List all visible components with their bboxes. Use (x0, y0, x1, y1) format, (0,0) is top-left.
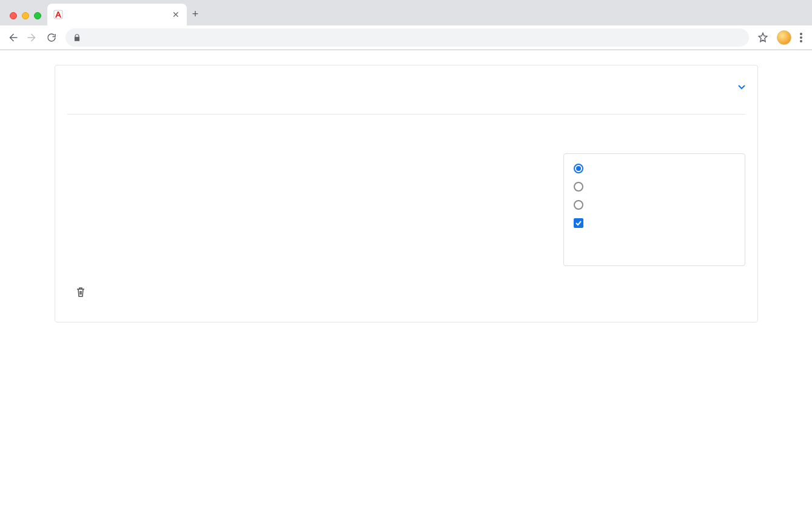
maximize-window-button[interactable] (34, 12, 41, 19)
project-header (65, 84, 748, 105)
adobe-fonts-favicon (53, 10, 63, 19)
new-tab-button[interactable]: + (187, 8, 204, 25)
page-content (0, 50, 812, 322)
project-card (55, 65, 758, 322)
opentype-features-option[interactable] (574, 218, 735, 228)
trash-icon (76, 287, 86, 298)
lock-icon (73, 33, 81, 42)
forward-button[interactable] (27, 32, 38, 43)
window-controls (6, 12, 47, 25)
font-table (76, 145, 539, 159)
address-bar[interactable] (65, 28, 749, 47)
profile-avatar[interactable] (777, 30, 791, 45)
chevron-down-icon (738, 84, 745, 91)
tab-strip: ✕ + (0, 0, 812, 25)
reload-button[interactable] (46, 32, 57, 43)
browser-chrome: ✕ + (0, 0, 812, 50)
minimize-window-button[interactable] (22, 12, 29, 19)
browser-toolbar (0, 25, 812, 50)
bookmark-star-icon[interactable] (757, 32, 768, 43)
font-table-header (76, 145, 539, 159)
font-selection-column (76, 145, 539, 159)
charset-all-option[interactable] (574, 182, 735, 192)
radio-icon (574, 200, 583, 210)
close-window-button[interactable] (10, 12, 17, 19)
close-button[interactable] (734, 84, 745, 91)
tab-close-icon[interactable]: ✕ (172, 10, 180, 19)
charset-language-option[interactable] (574, 200, 735, 210)
checkbox-icon (574, 218, 583, 228)
radio-icon (574, 164, 583, 173)
section-bar (65, 105, 748, 114)
radio-icon (574, 182, 583, 192)
character-set-column (563, 145, 745, 266)
charset-default-option[interactable] (574, 164, 735, 173)
character-set-panel (563, 153, 745, 266)
remove-family-button[interactable] (65, 266, 93, 298)
back-button[interactable] (7, 32, 18, 43)
browser-tab[interactable]: ✕ (47, 4, 187, 25)
browser-menu-button[interactable] (800, 33, 802, 42)
